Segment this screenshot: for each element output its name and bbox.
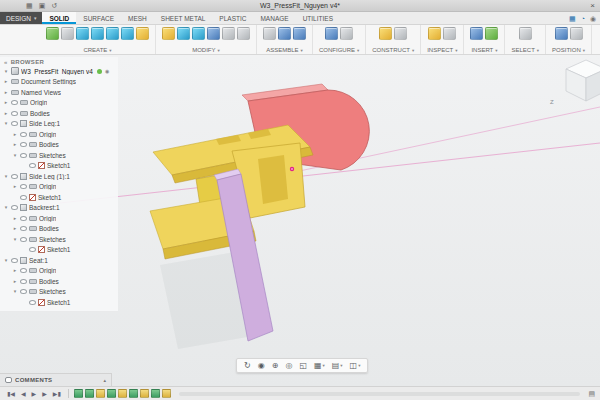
disclosure-icon[interactable]: ▾ bbox=[12, 153, 18, 158]
visibility-eye-icon[interactable] bbox=[29, 247, 36, 252]
visibility-eye-icon[interactable] bbox=[20, 184, 27, 189]
display-settings-button[interactable]: ▦▾ bbox=[311, 359, 328, 372]
disclosure-icon[interactable]: ▾ bbox=[12, 237, 18, 242]
toolbar-group-label-assemble[interactable]: ASSEMBLE▾ bbox=[263, 47, 306, 53]
disclosure-icon[interactable]: ▸ bbox=[12, 279, 18, 284]
activate-component-radio[interactable]: ◉ bbox=[105, 68, 109, 74]
combine-icon[interactable] bbox=[207, 27, 220, 40]
toolbar-group-label-configure[interactable]: CONFIGURE▾ bbox=[319, 47, 359, 53]
browser-item-origin[interactable]: ▸Origin bbox=[0, 266, 118, 277]
visibility-eye-icon[interactable] bbox=[20, 226, 27, 231]
notifications-icon[interactable]: ◉ bbox=[590, 15, 596, 22]
zoom-button[interactable]: ◎ bbox=[282, 359, 295, 372]
timeline-feature-sketch-8[interactable] bbox=[151, 389, 160, 398]
go-to-start-button[interactable]: ▮◀ bbox=[5, 391, 17, 397]
insert-svg-icon[interactable] bbox=[485, 27, 498, 40]
close-icon[interactable]: × bbox=[590, 2, 595, 10]
disclosure-icon[interactable]: ▸ bbox=[12, 216, 18, 221]
toolbar-group-label-select[interactable]: SELECT▾ bbox=[511, 47, 539, 53]
tab-surface[interactable]: SURFACE bbox=[76, 12, 121, 24]
visibility-eye-icon[interactable] bbox=[20, 216, 27, 221]
browser-item-bodies[interactable]: ▸Bodies bbox=[0, 140, 118, 151]
job-status-icon[interactable]: ◔ bbox=[581, 15, 585, 22]
disclosure-icon[interactable]: ▸ bbox=[3, 79, 9, 84]
visibility-eye-icon[interactable] bbox=[11, 111, 18, 116]
timeline-track[interactable] bbox=[179, 392, 581, 396]
select-icon[interactable] bbox=[519, 27, 532, 40]
visibility-eye-icon[interactable] bbox=[20, 289, 27, 294]
go-to-end-button[interactable]: ▶▮ bbox=[51, 391, 63, 397]
tab-manage[interactable]: MANAGE bbox=[253, 12, 295, 24]
undo-icon[interactable]: ↺ bbox=[51, 2, 57, 9]
tab-mesh[interactable]: MESH bbox=[121, 12, 154, 24]
browser-item-side-leg-1[interactable]: ▾Side Leg:1 bbox=[0, 119, 118, 130]
browser-item-origin[interactable]: ▸Origin bbox=[0, 213, 118, 224]
rigid-group-icon[interactable] bbox=[293, 27, 306, 40]
fit-button[interactable]: ◱ bbox=[296, 359, 310, 372]
timeline-feature-component-7[interactable] bbox=[140, 389, 149, 398]
browser-item-bodies[interactable]: ▸Bodies bbox=[0, 276, 118, 287]
loft-icon[interactable] bbox=[121, 27, 134, 40]
visibility-eye-icon[interactable] bbox=[20, 237, 27, 242]
split-body-icon[interactable] bbox=[222, 27, 235, 40]
disclosure-icon[interactable]: ▸ bbox=[3, 100, 9, 105]
toolbar-group-label-position[interactable]: POSITION▾ bbox=[552, 47, 585, 53]
expand-comments-icon[interactable]: ▴ bbox=[103, 377, 106, 383]
disclosure-icon[interactable]: ▸ bbox=[3, 90, 9, 95]
tab-sheet-metal[interactable]: SHEET METAL bbox=[154, 12, 213, 24]
timeline-options-icon[interactable]: ▤ bbox=[588, 390, 595, 398]
new-component-icon[interactable] bbox=[46, 27, 59, 40]
extrude-icon[interactable] bbox=[76, 27, 89, 40]
disclosure-icon[interactable]: ▸ bbox=[12, 268, 18, 273]
browser-root-component[interactable]: ▾ W3_PressFit_Nguyen v4 ◉ bbox=[0, 66, 118, 77]
insert-derive-icon[interactable] bbox=[470, 27, 483, 40]
toolbar-group-label-create[interactable]: CREATE▾ bbox=[46, 47, 149, 53]
configuration-table-icon[interactable] bbox=[340, 27, 353, 40]
visibility-eye-icon[interactable] bbox=[20, 142, 27, 147]
visibility-eye-icon[interactable] bbox=[11, 100, 18, 105]
tab-plastic[interactable]: PLASTIC bbox=[212, 12, 253, 24]
grid-display-button[interactable]: ▤▾ bbox=[329, 359, 346, 372]
construction-axis-icon[interactable] bbox=[394, 27, 407, 40]
change-parameters-icon[interactable] bbox=[237, 27, 250, 40]
visibility-eye-icon[interactable] bbox=[11, 174, 18, 179]
timeline-feature-sketch-2[interactable] bbox=[85, 389, 94, 398]
toolbar-group-label-construct[interactable]: CONSTRUCT▾ bbox=[372, 47, 414, 53]
timeline-feature-sketch-6[interactable] bbox=[129, 389, 138, 398]
browser-item-bodies[interactable]: ▸Bodies bbox=[0, 224, 118, 235]
disclosure-icon[interactable]: ▸ bbox=[12, 226, 18, 231]
toolbar-group-label-inspect[interactable]: INSPECT▾ bbox=[427, 47, 457, 53]
browser-item-document-settings[interactable]: ▸Document Settings bbox=[0, 77, 118, 88]
orbit-button[interactable]: ↻ bbox=[241, 359, 254, 372]
visibility-eye-icon[interactable] bbox=[11, 258, 18, 263]
viewport-canvas[interactable]: Z « BROWSER ▾ W3_PressFit_Nguyen v4 ◉ ▸D… bbox=[0, 55, 600, 386]
browser-item-seat-1[interactable]: ▾Seat:1 bbox=[0, 255, 118, 266]
browser-item-sketches[interactable]: ▾Sketches bbox=[0, 234, 118, 245]
play-button[interactable]: ▶ bbox=[30, 391, 39, 397]
joint-icon[interactable] bbox=[278, 27, 291, 40]
view-cube[interactable]: Z bbox=[560, 55, 600, 109]
visibility-eye-icon[interactable] bbox=[20, 268, 27, 273]
browser-item-sketch1[interactable]: Sketch1 bbox=[0, 245, 118, 256]
tab-solid[interactable]: SOLID bbox=[42, 12, 76, 24]
disclosure-icon[interactable]: ▾ bbox=[3, 205, 9, 210]
browser-item-sketches[interactable]: ▾Sketches bbox=[0, 150, 118, 161]
extensions-icon[interactable]: ▦ bbox=[569, 15, 576, 22]
browser-item-origin[interactable]: ▸Origin bbox=[0, 98, 118, 109]
section-analysis-icon[interactable] bbox=[443, 27, 456, 40]
collapse-panel-icon[interactable]: « bbox=[4, 59, 8, 65]
visibility-eye-icon[interactable] bbox=[20, 132, 27, 137]
workspace-switcher[interactable]: DESIGN ▾ bbox=[0, 12, 42, 24]
browser-item-origin[interactable]: ▸Origin bbox=[0, 182, 118, 193]
step-back-button[interactable]: ◀ bbox=[19, 391, 28, 397]
measure-icon[interactable] bbox=[428, 27, 441, 40]
disclosure-icon[interactable]: ▸ bbox=[12, 184, 18, 189]
browser-item-origin[interactable]: ▸Origin bbox=[0, 129, 118, 140]
disclosure-icon[interactable]: ▸ bbox=[12, 142, 18, 147]
fillet-icon[interactable] bbox=[177, 27, 190, 40]
revolve-icon[interactable] bbox=[91, 27, 104, 40]
step-forward-button[interactable]: ▶ bbox=[40, 391, 49, 397]
disclosure-icon[interactable]: ▾ bbox=[3, 258, 9, 263]
browser-item-named-views[interactable]: ▸Named Views bbox=[0, 87, 118, 98]
revert-position-icon[interactable] bbox=[570, 27, 583, 40]
